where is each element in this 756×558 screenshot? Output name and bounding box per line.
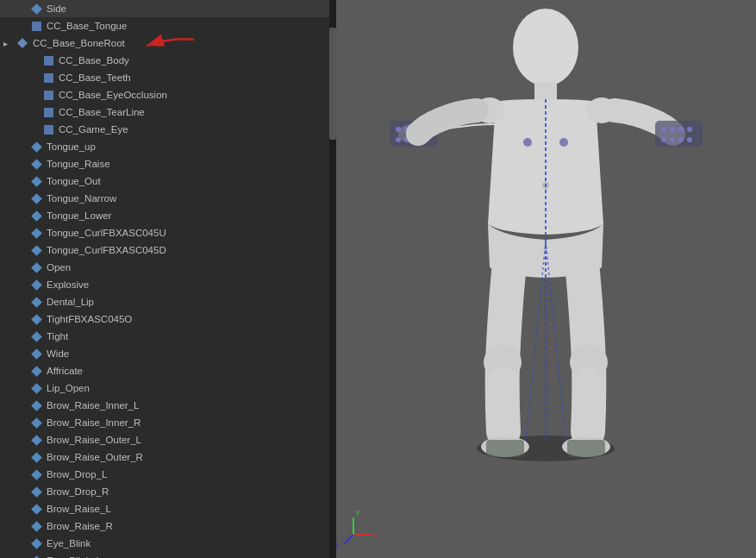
svg-point-24	[687, 127, 692, 132]
tree-item-TightFBXASC045O[interactable]: TightFBXASC045O	[0, 310, 336, 328]
item-label: CC_Base_Tongue	[47, 21, 127, 31]
morph-icon	[29, 157, 43, 171]
tree-item-CC_Base_Body[interactable]: CC_Base_Body	[0, 52, 336, 69]
morph-icon	[29, 467, 43, 481]
tree-item-Tight[interactable]: Tight	[0, 328, 336, 345]
tree-item-Brow_Raise_L[interactable]: Brow_Raise_L	[0, 500, 336, 517]
tree-item-CC_Base_Tongue[interactable]: CC_Base_Tongue	[0, 17, 336, 34]
mesh-icon	[41, 53, 55, 67]
mesh-icon	[41, 71, 55, 85]
tree-item-Explosive[interactable]: Explosive	[0, 276, 336, 293]
3d-viewport[interactable]: X Y Z	[336, 0, 756, 558]
item-label: Tongue_Raise	[47, 159, 110, 169]
item-label: Tongue_Out	[47, 176, 101, 186]
mesh-icon	[41, 105, 55, 119]
tree-item-CC_Base_BoneRoot[interactable]: ▸CC_Base_BoneRoot	[0, 34, 336, 52]
morph-icon	[29, 295, 43, 309]
item-label: CC_Base_Teeth	[59, 72, 131, 83]
item-label: CC_Base_Body	[59, 55, 129, 66]
tree-item-Tongue_CurlFBXASC045U[interactable]: Tongue_CurlFBXASC045U	[0, 224, 336, 241]
tree-item-Tongue_Out[interactable]: Tongue_Out	[0, 172, 336, 190]
expand-icon: ▸	[3, 39, 16, 48]
item-label: Tongue_CurlFBXASC045D	[47, 245, 166, 255]
item-label: Open	[47, 262, 71, 273]
scrollbar-track[interactable]	[329, 0, 336, 558]
item-label: Side	[47, 3, 66, 14]
item-label: Brow_Raise_L	[47, 504, 111, 514]
item-label: Brow_Raise_R	[47, 521, 113, 531]
mesh-icon	[41, 122, 55, 136]
item-label: TightFBXASC045O	[47, 314, 132, 324]
svg-point-27	[678, 137, 684, 142]
morph-icon	[29, 347, 43, 361]
morph-icon	[29, 381, 43, 395]
tree-item-Brow_Drop_R[interactable]: Brow_Drop_R	[0, 483, 336, 500]
item-label: Lip_Open	[47, 383, 90, 393]
item-label: Tight	[47, 331, 68, 342]
item-label: Brow_Drop_R	[47, 486, 109, 497]
character-svg: X Y Z	[336, 0, 756, 558]
svg-rect-36	[486, 440, 524, 457]
morph-icon	[29, 260, 43, 274]
item-label: Brow_Raise_Inner_R	[47, 417, 141, 428]
tree-item-Brow_Raise_R[interactable]: Brow_Raise_R	[0, 517, 336, 535]
scene-outliner[interactable]: SideCC_Base_Tongue▸CC_Base_BoneRootCC_Ba…	[0, 0, 336, 558]
svg-rect-20	[655, 121, 703, 147]
item-label: Brow_Raise_Inner_L	[47, 400, 139, 411]
item-label: CC_Base_BoneRoot	[33, 38, 125, 48]
item-label: Brow_Raise_Outer_R	[47, 452, 143, 462]
scrollbar-thumb[interactable]	[329, 28, 336, 139]
tree-item-Lip_Open[interactable]: Lip_Open	[0, 379, 336, 397]
mesh-icon	[41, 88, 55, 102]
item-label: CC_Base_EyeOcclusion	[59, 90, 167, 100]
morph-icon	[29, 226, 43, 240]
svg-point-25	[661, 137, 666, 142]
tree-item-Eye_Blink_L[interactable]: Eye_Blink_L	[0, 552, 336, 558]
tree-item-Tongue_up[interactable]: Tongue_up	[0, 138, 336, 155]
tree-item-CC_Game_Eye[interactable]: CC_Game_Eye	[0, 121, 336, 138]
svg-text:Z: Z	[336, 542, 340, 550]
bone-icon	[16, 36, 29, 50]
morph-icon	[29, 2, 43, 16]
tree-item-Affricate[interactable]: Affricate	[0, 362, 336, 379]
tree-item-Tongue_Raise[interactable]: Tongue_Raise	[0, 155, 336, 172]
tree-item-Tongue_CurlFBXASC045D[interactable]: Tongue_CurlFBXASC045D	[0, 241, 336, 259]
svg-point-22	[670, 127, 675, 132]
tree-item-Dental_Lip[interactable]: Dental_Lip	[0, 293, 336, 310]
tree-item-Tongue_Lower[interactable]: Tongue_Lower	[0, 207, 336, 224]
morph-icon	[29, 329, 43, 343]
svg-point-13	[513, 9, 578, 86]
morph-icon	[29, 502, 43, 516]
tree-item-Brow_Raise_Inner_R[interactable]: Brow_Raise_Inner_R	[0, 414, 336, 431]
tree-item-side[interactable]: Side	[0, 0, 336, 17]
morph-icon	[29, 450, 43, 464]
tree-item-CC_Base_Teeth[interactable]: CC_Base_Teeth	[0, 69, 336, 86]
morph-icon	[29, 312, 43, 326]
tree-item-Wide[interactable]: Wide	[0, 345, 336, 362]
tree-item-Brow_Raise_Outer_R[interactable]: Brow_Raise_Outer_R	[0, 448, 336, 466]
viewport-panel: X Y Z	[336, 0, 756, 558]
tree-item-Eye_Blink[interactable]: Eye_Blink	[0, 535, 336, 552]
svg-point-26	[670, 137, 675, 142]
item-label: Wide	[47, 348, 69, 359]
morph-icon	[29, 243, 43, 257]
item-label: Tongue_CurlFBXASC045U	[47, 228, 166, 238]
item-label: Brow_Drop_L	[47, 469, 107, 480]
tree-item-CC_Base_EyeOcclusion[interactable]: CC_Base_EyeOcclusion	[0, 86, 336, 103]
tree-item-Brow_Drop_L[interactable]: Brow_Drop_L	[0, 466, 336, 483]
item-label: Tongue_Narrow	[47, 193, 116, 204]
mesh-icon	[29, 19, 43, 33]
item-label: CC_Game_Eye	[59, 124, 128, 135]
morph-icon	[29, 278, 43, 292]
tree-item-Tongue_Narrow[interactable]: Tongue_Narrow	[0, 190, 336, 207]
tree-item-Brow_Raise_Inner_L[interactable]: Brow_Raise_Inner_L	[0, 397, 336, 414]
tree-item-Brow_Raise_Outer_L[interactable]: Brow_Raise_Outer_L	[0, 431, 336, 448]
item-label: Brow_Raise_Outer_L	[47, 435, 141, 445]
svg-text:Y: Y	[355, 509, 360, 517]
tree-item-CC_Base_TearLine[interactable]: CC_Base_TearLine	[0, 103, 336, 121]
morph-icon	[29, 209, 43, 223]
tree-item-Open[interactable]: Open	[0, 259, 336, 276]
morph-icon	[29, 536, 43, 550]
svg-point-15	[523, 138, 532, 147]
svg-rect-37	[567, 440, 605, 457]
